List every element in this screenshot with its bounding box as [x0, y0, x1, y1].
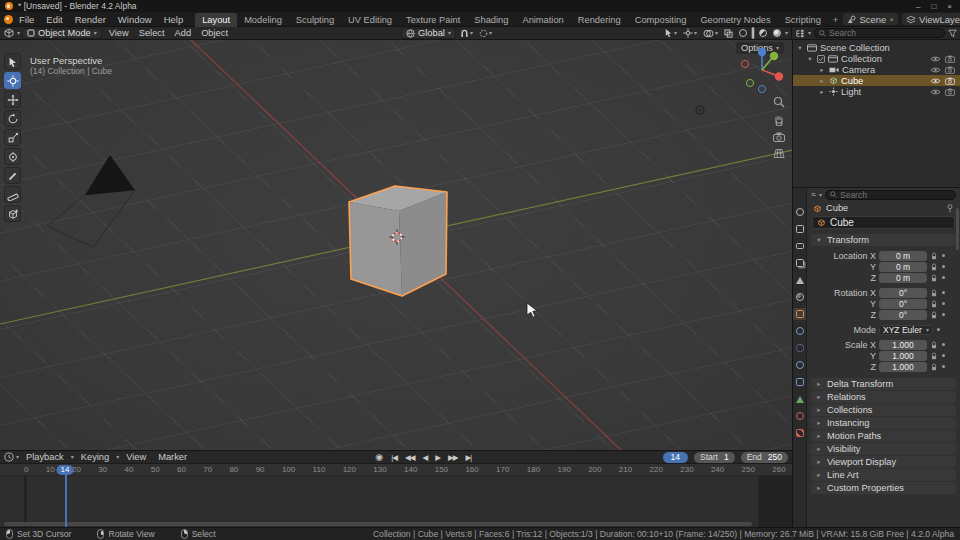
workspace-tab[interactable]: UV Editing — [341, 13, 399, 27]
collapsed-panel-header[interactable]: ▸ Collections — [811, 404, 956, 416]
tool-select-box[interactable] — [4, 53, 21, 70]
lock-icon[interactable] — [930, 352, 938, 360]
outliner-row-camera[interactable]: ▸ Camera — [793, 64, 960, 75]
tab-view-layer[interactable] — [793, 257, 806, 269]
tab-constraints[interactable] — [793, 376, 806, 388]
outliner-row-cube[interactable]: ▸ Cube — [793, 75, 960, 86]
properties-type-caret-icon[interactable]: ▾ — [819, 192, 822, 198]
rotation-x-field[interactable]: 0° — [879, 288, 927, 298]
disable-render-camera-icon[interactable] — [945, 55, 955, 63]
tab-object-data[interactable] — [793, 393, 806, 405]
viewport-menu-item[interactable]: Add — [170, 28, 197, 38]
tab-scene[interactable] — [793, 274, 806, 286]
close-button[interactable]: × — [947, 2, 952, 11]
expand-icon[interactable]: ▸ — [818, 88, 826, 96]
disable-render-camera-icon[interactable] — [945, 88, 955, 96]
shading-caret-icon[interactable]: ▾ — [785, 30, 788, 36]
collapsed-panel-header[interactable]: ▸ Viewport Display — [811, 456, 956, 468]
viewport-menu-item[interactable]: Object — [196, 28, 233, 38]
marker-menu[interactable]: Marker — [153, 452, 192, 462]
animate-dot[interactable] — [942, 254, 945, 257]
hide-eye-icon[interactable] — [930, 77, 941, 85]
play-reverse-button[interactable]: ◀ — [419, 453, 430, 462]
workspace-tab[interactable]: Texture Paint — [399, 13, 467, 27]
lock-icon[interactable] — [930, 252, 938, 260]
app-menu-item[interactable]: Window — [112, 12, 158, 27]
object-name-field[interactable]: Cube — [812, 216, 955, 229]
editor-type-outliner-icon[interactable] — [795, 29, 805, 38]
outliner-row-light[interactable]: ▸ Light — [793, 86, 960, 97]
lock-icon[interactable] — [930, 300, 938, 308]
animate-dot[interactable] — [942, 276, 945, 279]
rotation-z-field[interactable]: 0° — [879, 310, 927, 320]
scale-y-field[interactable]: 1.000 — [879, 351, 927, 361]
proportional-editing-toggle[interactable]: ▾ — [477, 28, 494, 39]
collapsed-panel-header[interactable]: ▸ Motion Paths — [811, 430, 956, 442]
gizmo-y-neg[interactable] — [746, 79, 753, 86]
selectability-visibility-dropdown[interactable]: ▾ — [662, 28, 679, 39]
transform-panel-header[interactable]: ▾ Transform — [811, 234, 956, 246]
tab-particles[interactable] — [793, 342, 806, 354]
expand-icon[interactable]: ▾ — [796, 44, 804, 52]
xray-toggle[interactable] — [722, 28, 735, 39]
tab-material[interactable] — [793, 410, 806, 422]
tool-scale[interactable] — [4, 129, 21, 146]
viewport-menu-item[interactable]: View — [104, 28, 134, 38]
animate-dot[interactable] — [942, 354, 945, 357]
scene-selector[interactable]: Scene × — [843, 13, 898, 25]
jump-to-start-button[interactable]: |◀ — [388, 453, 400, 462]
workspace-tab[interactable]: Scripting — [778, 13, 828, 27]
lock-icon[interactable] — [930, 289, 938, 297]
zoom-icon[interactable] — [773, 96, 785, 108]
tool-cursor[interactable] — [4, 72, 21, 89]
workspace-tab[interactable]: Animation — [515, 13, 570, 27]
collapsed-panel-header[interactable]: ▸ Instancing — [811, 417, 956, 429]
collapsed-panel-header[interactable]: ▸ Custom Properties — [811, 482, 956, 494]
lock-icon[interactable] — [930, 363, 938, 371]
workspace-tab[interactable]: Shading — [467, 13, 515, 27]
shading-wireframe-button[interactable] — [737, 28, 749, 39]
playback-menu[interactable]: Playback — [21, 452, 69, 462]
gizmo-z-axis[interactable] — [758, 48, 766, 56]
animate-dot[interactable] — [942, 343, 945, 346]
location-z-field[interactable]: 0 m — [879, 273, 927, 283]
shading-rendered-button[interactable] — [771, 28, 783, 39]
minimize-button[interactable]: – — [916, 2, 920, 11]
location-x-field[interactable]: 0 m — [879, 251, 927, 261]
add-workspace-button[interactable]: + — [828, 14, 844, 25]
outliner-row-scene-collection[interactable]: ▾ Scene Collection — [793, 42, 960, 53]
scale-x-field[interactable]: 1.000 — [879, 340, 927, 350]
timeline-scrollbar[interactable] — [4, 522, 752, 526]
lock-icon[interactable] — [930, 341, 938, 349]
app-menu-item[interactable]: Render — [69, 12, 112, 27]
animate-dot[interactable] — [942, 291, 945, 294]
rotation-y-field[interactable]: 0° — [879, 299, 927, 309]
overlays-toggle[interactable]: ▾ — [701, 28, 720, 39]
outliner-type-caret-icon[interactable]: ▾ — [808, 30, 811, 36]
hide-eye-icon[interactable] — [930, 55, 941, 63]
rotation-mode-dropdown[interactable]: XYZ Euler▾ — [879, 325, 933, 335]
gizmo-x-axis[interactable] — [775, 72, 783, 80]
viewlayer-selector[interactable]: ViewLayer × — [902, 13, 960, 25]
lock-icon[interactable] — [930, 311, 938, 319]
checkbox-icon[interactable] — [817, 55, 825, 63]
snap-toggle[interactable]: ▾ — [458, 28, 475, 39]
hide-eye-icon[interactable] — [930, 88, 941, 96]
maximize-button[interactable]: □ — [931, 2, 936, 11]
tool-move[interactable] — [4, 91, 21, 108]
breadcrumb-object-name[interactable]: Cube — [826, 203, 848, 213]
overlays-caret-icon[interactable]: ▾ — [715, 30, 718, 36]
light-object[interactable] — [696, 106, 704, 114]
frame-end-field[interactable]: End250 — [741, 452, 788, 463]
hide-eye-icon[interactable] — [930, 66, 941, 74]
perspective-toggle-icon[interactable] — [773, 148, 785, 159]
lock-icon[interactable] — [930, 263, 938, 271]
timeline-body[interactable] — [0, 476, 792, 527]
disable-render-camera-icon[interactable] — [945, 77, 955, 85]
disable-render-camera-icon[interactable] — [945, 66, 955, 74]
play-button[interactable]: ▶ — [432, 453, 443, 462]
camera-view-icon[interactable] — [773, 132, 785, 142]
keying-menu[interactable]: Keying — [76, 452, 114, 462]
shading-solid-button[interactable] — [751, 27, 755, 39]
properties-scrollbar[interactable] — [956, 208, 959, 250]
